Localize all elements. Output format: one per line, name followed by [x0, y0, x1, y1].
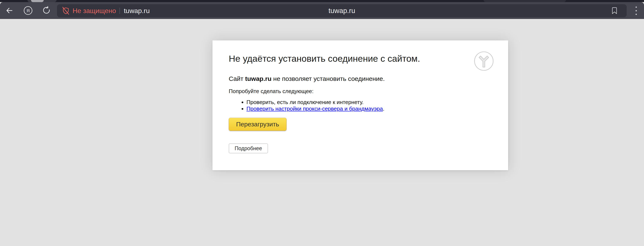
details-button[interactable]: Подробнее [229, 143, 268, 153]
link-suffix: . [383, 106, 384, 112]
site-suffix: не позволяет установить соединение. [272, 75, 385, 82]
yandex-home-button[interactable]: Я [21, 2, 35, 19]
proxy-settings-link[interactable]: Проверить настройки прокси-сервера и бра… [246, 106, 383, 112]
browser-toolbar: Я Не защищено tuwap.ru tuwap.ru [0, 2, 644, 19]
page-background: Не удаётся установить соединение с сайто… [0, 19, 644, 246]
reload-page-button[interactable]: Перезагрузить [229, 118, 286, 131]
address-bar[interactable]: Не защищено tuwap.ru tuwap.ru [57, 4, 627, 17]
browser-menu-button[interactable] [630, 4, 642, 17]
kebab-menu-icon [635, 6, 638, 15]
address-separator [120, 7, 120, 14]
yandex-browser-logo [474, 51, 494, 71]
error-title: Не удаётся установить соединение с сайто… [229, 53, 450, 64]
yandex-logo-icon: Я [24, 6, 33, 15]
bookmark-icon [611, 7, 618, 14]
back-arrow-icon [5, 6, 14, 15]
url-text[interactable]: tuwap.ru [124, 7, 150, 15]
site-domain: tuwap.ru [245, 75, 272, 82]
active-tab-sliver[interactable] [31, 0, 44, 2]
security-badge[interactable]: Не защищено [57, 6, 116, 15]
tab-sliver[interactable] [484, 0, 566, 2]
suggestion-item: Проверить настройки прокси-сервера и бра… [246, 106, 492, 112]
error-site-line: Сайт tuwap.ru не позволяет установить со… [229, 75, 492, 83]
suggestions-list: Проверить, есть ли подключение к интерне… [229, 99, 492, 112]
suggestions-heading: Попробуйте сделать следующее: [229, 88, 492, 95]
site-prefix: Сайт [229, 75, 245, 82]
reload-button[interactable] [39, 2, 54, 19]
bookmark-button[interactable] [608, 4, 621, 17]
tab-strip [0, 0, 644, 2]
reload-icon [42, 6, 51, 15]
page-title: tuwap.ru [328, 7, 355, 15]
suggestion-text: Проверить, есть ли подключение к интерне… [246, 99, 364, 105]
security-label: Не защищено [72, 7, 116, 15]
back-button[interactable] [2, 2, 16, 19]
suggestion-item: Проверить, есть ли подключение к интерне… [246, 99, 492, 106]
error-card: Не удаётся установить соединение с сайто… [212, 40, 508, 170]
svg-text:Я: Я [26, 8, 30, 13]
shield-off-icon [62, 6, 70, 15]
